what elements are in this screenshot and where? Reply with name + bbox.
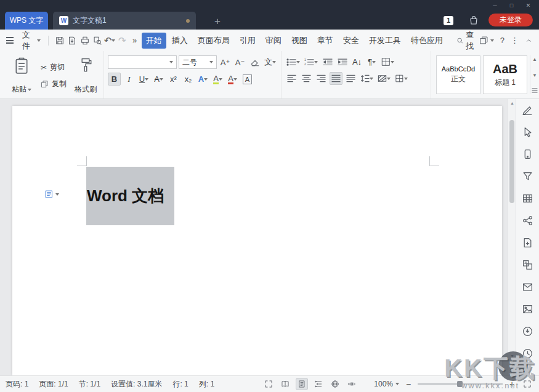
- character-border-button[interactable]: A: [241, 73, 254, 86]
- document-heading-text[interactable]: Word 文档: [86, 185, 164, 207]
- ribbon-tab-insert[interactable]: 插入: [168, 33, 192, 49]
- collapse-ribbon-button[interactable]: [525, 36, 533, 44]
- shrink-font-button[interactable]: A⁻: [233, 56, 246, 69]
- shading-button[interactable]: [376, 72, 392, 85]
- style-normal[interactable]: AaBbCcDd 正文: [436, 55, 480, 94]
- undo-button[interactable]: ↶: [103, 33, 116, 48]
- text-selection-highlight[interactable]: Word 文档: [86, 167, 174, 225]
- font-color-button[interactable]: A: [226, 73, 239, 86]
- copy-button[interactable]: 复制: [41, 79, 67, 89]
- grow-font-button[interactable]: A⁺: [219, 56, 232, 69]
- select-tool-button[interactable]: [521, 125, 535, 138]
- zoom-level-button[interactable]: 100%: [374, 380, 399, 388]
- zoom-out-button[interactable]: −: [404, 379, 413, 389]
- strikethrough-button[interactable]: A: [152, 73, 165, 86]
- superscript-button[interactable]: x²: [167, 73, 180, 86]
- ribbon-tab-page-layout[interactable]: 页面布局: [193, 33, 234, 49]
- zoom-slider[interactable]: [418, 383, 503, 385]
- cut-button[interactable]: ✂ 剪切: [41, 62, 67, 73]
- styles-scroll-down-icon[interactable]: ▼: [532, 73, 537, 78]
- minimize-button[interactable]: ─: [487, 0, 503, 10]
- styles-gallery-more-icon[interactable]: [532, 88, 538, 93]
- highlight-color-button[interactable]: A: [211, 73, 224, 86]
- paste-button[interactable]: 粘贴: [7, 55, 36, 96]
- download-tool-button[interactable]: [521, 324, 535, 338]
- new-document-button[interactable]: [521, 236, 535, 249]
- ribbon-tab-section[interactable]: 章节: [313, 33, 338, 49]
- setting-value-indicator[interactable]: 设置值: 3.1厘米: [111, 379, 162, 390]
- find-button[interactable]: 查找: [456, 30, 479, 52]
- table-tool-button[interactable]: [521, 191, 535, 205]
- login-button[interactable]: 未登录: [488, 14, 533, 26]
- fullscreen-button[interactable]: [521, 378, 533, 390]
- notification-badge[interactable]: 1: [444, 16, 453, 25]
- column-indicator[interactable]: 列: 1: [199, 379, 214, 390]
- underline-button[interactable]: U: [137, 73, 150, 86]
- print-button[interactable]: [78, 33, 91, 48]
- sort-button[interactable]: A↓: [351, 55, 363, 68]
- new-tab-button[interactable]: +: [214, 16, 221, 26]
- help-button[interactable]: ?: [500, 36, 505, 45]
- align-left-button[interactable]: [285, 72, 298, 85]
- maximize-button[interactable]: □: [503, 0, 520, 10]
- text-effects-button[interactable]: A: [197, 73, 209, 86]
- phonetic-guide-button[interactable]: 文: [263, 56, 277, 69]
- section-indicator[interactable]: 节: 1/1: [79, 379, 100, 390]
- show-paragraph-marks-button[interactable]: ¶: [365, 55, 378, 68]
- document-page[interactable]: Word 文档: [12, 106, 502, 375]
- image-tool-button[interactable]: [521, 302, 535, 316]
- ribbon-tab-dev-tools[interactable]: 开发工具: [365, 33, 405, 49]
- scrollbar-thumb[interactable]: [509, 120, 514, 203]
- justify-button[interactable]: [330, 72, 342, 85]
- close-button[interactable]: ✕: [520, 0, 537, 10]
- premium-bag-icon[interactable]: [468, 15, 479, 26]
- numbered-list-button[interactable]: 1 2: [303, 55, 319, 68]
- web-layout-button[interactable]: [329, 378, 341, 390]
- decrease-indent-button[interactable]: [321, 55, 334, 68]
- print-preview-button[interactable]: [91, 33, 103, 48]
- redo-button[interactable]: ↷: [116, 33, 128, 48]
- style-heading1[interactable]: AaB 标题 1: [483, 55, 527, 94]
- page-number-indicator[interactable]: 页码: 1: [6, 379, 28, 390]
- file-menu-button[interactable]: 文件: [20, 28, 43, 54]
- borders-button[interactable]: [394, 72, 409, 85]
- filter-tool-button[interactable]: [521, 169, 535, 183]
- font-size-combobox[interactable]: 二号: [179, 55, 217, 69]
- page-count-indicator[interactable]: 页面: 1/1: [39, 379, 68, 390]
- bold-button[interactable]: B: [108, 73, 121, 86]
- quick-access-overflow-button[interactable]: »: [128, 33, 140, 48]
- ribbon-tab-view[interactable]: 视图: [287, 33, 312, 49]
- line-spacing-button[interactable]: [359, 72, 375, 85]
- styles-scroll-up-icon[interactable]: ▲: [532, 57, 537, 62]
- distribute-text-button[interactable]: [344, 72, 357, 85]
- zoom-in-button[interactable]: +: [508, 379, 516, 389]
- align-right-button[interactable]: [315, 72, 328, 85]
- vertical-scrollbar[interactable]: ▲ ▼: [508, 99, 516, 375]
- switch-window-button[interactable]: [479, 36, 494, 45]
- history-tool-button[interactable]: [521, 346, 535, 360]
- more-options-button[interactable]: ⋮: [511, 36, 519, 45]
- document-tab[interactable]: W 文字文稿1: [53, 12, 196, 30]
- fit-page-button[interactable]: [262, 378, 275, 390]
- mail-tool-button[interactable]: [521, 280, 535, 294]
- page-view-button[interactable]: [296, 378, 308, 390]
- export-pdf-button[interactable]: [66, 33, 78, 48]
- paragraph-style-widget[interactable]: [44, 190, 59, 199]
- font-name-combobox[interactable]: [108, 55, 177, 69]
- ribbon-tab-special-features[interactable]: 特色应用: [407, 33, 447, 49]
- ribbon-tab-home[interactable]: 开始: [142, 33, 166, 49]
- share-tool-button[interactable]: [521, 214, 535, 227]
- ribbon-tab-security[interactable]: 安全: [339, 33, 363, 49]
- clear-format-button[interactable]: [248, 56, 261, 69]
- format-painter-button[interactable]: 格式刷: [71, 55, 100, 96]
- increase-indent-button[interactable]: [336, 55, 349, 68]
- hamburger-menu-icon[interactable]: [6, 37, 14, 44]
- ribbon-tab-references[interactable]: 引用: [235, 33, 260, 49]
- align-center-button[interactable]: [300, 72, 313, 85]
- translate-tool-button[interactable]: [521, 258, 535, 271]
- bullet-list-button[interactable]: [285, 55, 301, 68]
- subscript-button[interactable]: x₂: [182, 73, 195, 86]
- outline-view-button[interactable]: [312, 378, 325, 390]
- ribbon-tab-review[interactable]: 审阅: [261, 33, 286, 49]
- signature-tool-button[interactable]: [521, 103, 535, 116]
